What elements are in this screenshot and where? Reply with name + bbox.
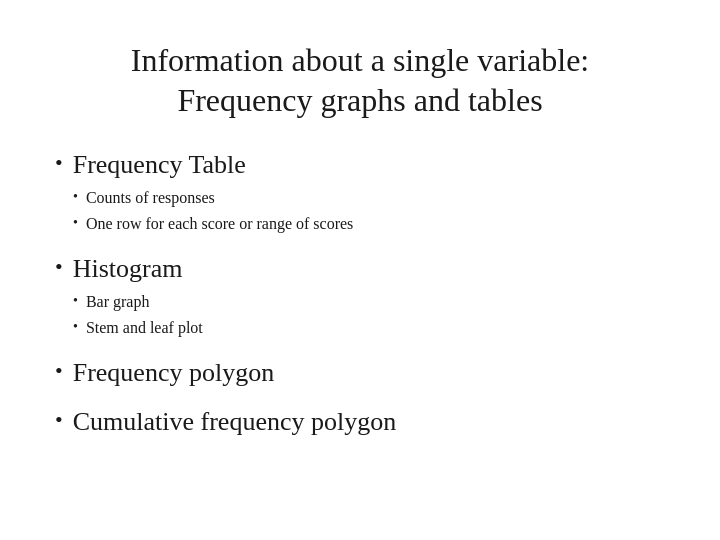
bullet-icon: •: [73, 290, 78, 311]
sub-item-label: Stem and leaf plot: [86, 316, 203, 340]
list-item: • Frequency Table • Counts of responses …: [55, 148, 665, 236]
frequency-polygon-label: Frequency polygon: [73, 356, 274, 390]
list-item: • Counts of responses: [73, 186, 665, 210]
sub-list: • Counts of responses • One row for each…: [73, 186, 665, 236]
sub-list: • Bar graph • Stem and leaf plot: [73, 290, 665, 340]
sub-item-label: Counts of responses: [86, 186, 215, 210]
slide: Information about a single variable: Fre…: [0, 0, 720, 540]
list-item: • Bar graph: [73, 290, 665, 314]
list-item: • One row for each score or range of sco…: [73, 212, 665, 236]
list-item: • Stem and leaf plot: [73, 316, 665, 340]
sub-item-label: Bar graph: [86, 290, 150, 314]
list-item: • Frequency polygon: [55, 356, 665, 390]
bullet-icon: •: [55, 253, 63, 282]
title-block: Information about a single variable: Fre…: [55, 40, 665, 120]
bullet-icon: •: [55, 149, 63, 178]
list-item: • Cumulative frequency polygon: [55, 405, 665, 439]
title-line-2: Frequency graphs and tables: [55, 80, 665, 120]
bullet-icon: •: [55, 357, 63, 386]
bullet-icon: •: [55, 406, 63, 435]
bullet-icon: •: [73, 212, 78, 233]
histogram-label: Histogram: [73, 252, 183, 286]
bullet-icon: •: [73, 186, 78, 207]
list-item: • Histogram • Bar graph • Stem and leaf …: [55, 252, 665, 340]
cumulative-frequency-polygon-label: Cumulative frequency polygon: [73, 405, 396, 439]
frequency-table-label: Frequency Table: [73, 148, 246, 182]
sub-item-label: One row for each score or range of score…: [86, 212, 353, 236]
bullet-icon: •: [73, 316, 78, 337]
title-line-1: Information about a single variable:: [55, 40, 665, 80]
content-list: • Frequency Table • Counts of responses …: [55, 148, 665, 445]
